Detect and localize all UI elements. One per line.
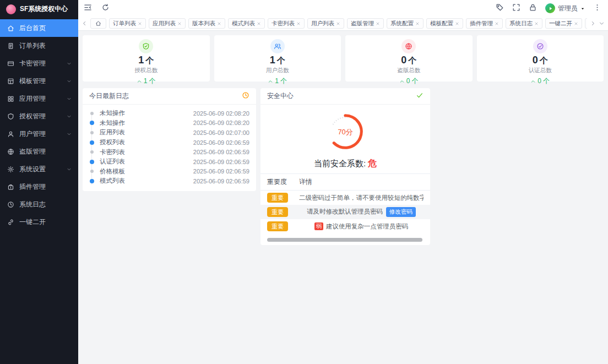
tag-icon[interactable] [496, 3, 504, 14]
plugin-icon [7, 183, 14, 191]
security-table-row: 重要二级密码过于简单，请不要使用较短的纯数字或自己的QQ号当做密码 [260, 191, 430, 205]
sidebar-item-home[interactable]: 后台首页 [0, 19, 78, 37]
tab-item[interactable]: 系统配置 [387, 18, 424, 29]
sidebar-item-gear[interactable]: 系统设置 [0, 160, 78, 178]
close-icon[interactable] [257, 21, 261, 26]
sidebar-item-globe[interactable]: 盗版管理 [0, 143, 78, 160]
sidebar-item-link[interactable]: 一键二开 [0, 213, 78, 231]
stat-value: 0个 [477, 55, 604, 66]
tab-item[interactable]: 插件管理 [466, 18, 503, 29]
tabs-dropdown-icon[interactable] [599, 19, 605, 29]
more-vertical-icon[interactable] [593, 3, 601, 14]
tab-label: 应用列表 [153, 20, 176, 28]
log-item: 模式列表2025-06-09 02:06:59 [89, 176, 249, 186]
sidebar-item-card[interactable]: 卡密管理 [0, 55, 78, 72]
tab-item[interactable]: 系统日志 [506, 18, 542, 29]
tab-item[interactable]: 盗版管理 [347, 18, 384, 29]
collapse-menu-icon[interactable] [84, 3, 92, 14]
home-icon [7, 25, 14, 32]
stat-unit: 个 [277, 56, 285, 65]
log-item: 未知操作2025-06-09 02:08:20 [89, 108, 249, 118]
close-icon[interactable] [534, 21, 539, 26]
close-icon[interactable] [296, 21, 301, 26]
tab-label: 卡密列表 [272, 20, 295, 28]
tabs-scroll-left-icon[interactable] [82, 19, 88, 29]
detail-cell: 请及时修改默认管理员密码修改密码 [299, 207, 424, 217]
change-password-button[interactable]: 修改密码 [386, 207, 416, 217]
chevron-down-icon [67, 167, 72, 172]
tabs-scroll-right-icon[interactable] [590, 19, 596, 29]
sidebar-item-shield[interactable]: 授权管理 [0, 107, 78, 125]
stat-value: 1个 [214, 55, 341, 66]
user-menu[interactable]: 管理员 [545, 3, 585, 13]
stat-label: 用户总数 [214, 67, 341, 74]
log-item-label: 应用列表 [100, 128, 193, 137]
log-item-label: 模式列表 [100, 177, 193, 185]
chevron-down-icon [67, 79, 72, 84]
sidebar-item-user[interactable]: 用户管理 [0, 125, 78, 143]
security-panel-title: 安全中心 [267, 91, 294, 101]
sidebar: SF系统授权中心 后台首页订单列表卡密管理模板管理应用管理授权管理用户管理盗版管… [0, 0, 78, 364]
tab-item[interactable]: 卡密列表 [268, 18, 305, 29]
tab-item[interactable]: 授权列表 [585, 18, 587, 29]
close-icon[interactable] [138, 21, 142, 26]
log-panel-title: 今日最新日志 [89, 91, 129, 101]
sidebar-item-label: 系统日志 [19, 200, 46, 209]
stat-trend: 0 个 [345, 77, 473, 86]
detail-text: 建议使用复杂一点管理员密码 [326, 222, 409, 231]
sidebar-item-label: 插件管理 [19, 182, 46, 192]
security-table-body: 重要二级密码过于简单，请不要使用较短的纯数字或自己的QQ号当做密码重要请及时修改… [260, 191, 430, 233]
stat-trend: 0 个 [477, 77, 604, 86]
tab-item[interactable]: 订单列表 [109, 18, 146, 29]
timeline-dot [89, 112, 94, 115]
stat-value: 1个 [83, 55, 210, 66]
close-icon[interactable] [217, 21, 221, 26]
stat-cards-row: 1个授权总数1 个1个用户总数1 个0个盗版总数0 个0个认证总数0 个 [83, 35, 604, 82]
horizontal-scrollbar[interactable] [267, 238, 422, 242]
close-icon[interactable] [455, 21, 459, 26]
close-icon[interactable] [415, 21, 420, 26]
close-icon[interactable] [495, 21, 499, 26]
tab-item[interactable]: 版本列表 [188, 18, 225, 29]
latest-log-panel: 今日最新日志 未知操作2025-06-09 02:08:20未知操作2025-0… [83, 88, 256, 191]
stat-number: 0 [533, 55, 538, 66]
security-table-header: 重要度 详情 [260, 173, 430, 191]
importance-cell: 重要 [267, 221, 299, 231]
fullscreen-icon[interactable] [512, 3, 520, 14]
stat-trend: 1 个 [83, 77, 210, 86]
sidebar-item-apps[interactable]: 应用管理 [0, 90, 78, 107]
log-item-time: 2025-06-09 02:06:59 [193, 178, 249, 184]
stat-card-globe: 0个盗版总数0 个 [345, 35, 473, 82]
sidebar-item-label: 一键二开 [19, 218, 46, 227]
tab-label: 插件管理 [470, 20, 493, 28]
close-icon[interactable] [574, 21, 578, 26]
log-item: 卡密列表2025-06-09 02:06:59 [89, 147, 249, 157]
close-icon[interactable] [336, 21, 340, 26]
lock-icon[interactable] [529, 3, 537, 14]
log-item-time: 2025-06-09 02:08:20 [193, 119, 249, 126]
sidebar-item-template[interactable]: 模板管理 [0, 72, 78, 90]
stat-trend-value: 0 个 [406, 77, 419, 86]
log-item-time: 2025-06-09 02:06:59 [193, 149, 249, 155]
tab-item[interactable]: 模板配置 [426, 18, 463, 29]
importance-badge: 重要 [267, 193, 288, 203]
stat-card-shield-check: 1个授权总数1 个 [83, 35, 210, 82]
sidebar-item-plugin[interactable]: 插件管理 [0, 178, 78, 195]
security-score-value: 70分 [338, 128, 352, 136]
tab-item[interactable]: 应用列表 [149, 18, 186, 29]
tab-item[interactable]: 一键二开 [545, 18, 582, 29]
chevron-up-icon [137, 79, 142, 84]
tab-item[interactable]: 模式列表 [228, 18, 265, 29]
close-icon[interactable] [376, 21, 380, 26]
refresh-icon[interactable] [101, 3, 110, 14]
tab-home[interactable] [90, 18, 106, 29]
tab-item[interactable]: 用户列表 [307, 18, 344, 29]
log-item-label: 认证列表 [100, 157, 193, 166]
log-item-time: 2025-06-09 02:06:59 [193, 139, 249, 146]
sidebar-item-label: 订单列表 [19, 41, 46, 51]
sidebar-item-label: 盗版管理 [19, 147, 46, 156]
stat-value: 0个 [345, 55, 473, 66]
sidebar-item-order[interactable]: 订单列表 [0, 37, 78, 55]
close-icon[interactable] [177, 21, 182, 26]
sidebar-item-clock[interactable]: 系统日志 [0, 195, 78, 213]
